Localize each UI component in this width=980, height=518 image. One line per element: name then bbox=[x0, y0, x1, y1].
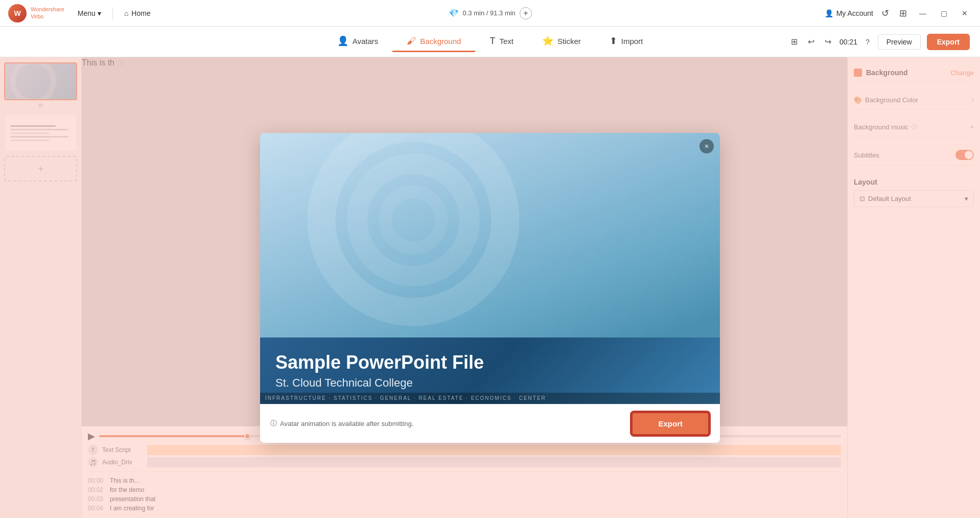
layout-button[interactable]: ⊞ bbox=[789, 35, 800, 49]
app-name: Wondershare Virbo bbox=[31, 6, 64, 19]
chevron-down-icon: ▾ bbox=[98, 9, 101, 17]
menu-button[interactable]: Menu ▾ bbox=[73, 6, 106, 20]
modal-preview-bottom: Sample PowerPoint File St. Cloud Technic… bbox=[260, 337, 720, 404]
time-display: 00:21 bbox=[839, 38, 857, 46]
logo-area: W Wondershare Virbo bbox=[8, 4, 64, 22]
my-account-button[interactable]: 👤 My Account bbox=[825, 9, 873, 17]
gem-icon: 💎 bbox=[449, 8, 459, 18]
divider bbox=[112, 7, 113, 19]
modal-slide-subtitle: St. Cloud Technical College bbox=[275, 376, 705, 390]
modal-info-text: ⓘ Avatar animation is available after su… bbox=[270, 419, 413, 428]
home-button[interactable]: ⌂ Home bbox=[119, 6, 156, 20]
toolbar: This is th ⓘ 👤 Avatars 🖌 Background T Te… bbox=[0, 27, 980, 57]
info-circle-icon: ⓘ bbox=[270, 419, 277, 428]
duration-display: 0.3 min / 91.3 min bbox=[463, 9, 516, 17]
grid-button[interactable]: ⊞ bbox=[897, 6, 909, 21]
topbar: W Wondershare Virbo Menu ▾ ⌂ Home 💎 0.3 … bbox=[0, 0, 980, 27]
tab-text[interactable]: T Text bbox=[475, 32, 528, 52]
avatars-icon: 👤 bbox=[337, 35, 348, 47]
maximize-button[interactable]: ▢ bbox=[937, 7, 951, 19]
ticker-text: INFRASTRUCTURE · STATISTICS · GENERAL · … bbox=[265, 395, 546, 401]
tab-import[interactable]: ⬆ Import bbox=[595, 31, 658, 52]
home-icon: ⌂ bbox=[124, 9, 128, 17]
tab-sticker[interactable]: ⭐ Sticker bbox=[528, 31, 595, 52]
text-icon: T bbox=[489, 36, 495, 47]
modal-overlay: × bbox=[0, 57, 980, 518]
modal-close-button[interactable]: × bbox=[699, 139, 714, 153]
add-duration-button[interactable]: + bbox=[520, 7, 532, 19]
topbar-center: 💎 0.3 min / 91.3 min + bbox=[156, 7, 825, 19]
main-layout: 1 ⟳ 2 + bbox=[0, 57, 980, 518]
tab-background[interactable]: 🖌 Background bbox=[392, 32, 475, 52]
modal-box: × bbox=[260, 133, 720, 443]
minimize-button[interactable]: — bbox=[915, 7, 930, 19]
tab-avatars[interactable]: 👤 Avatars bbox=[323, 31, 393, 52]
modal-ticker: INFRASTRUCTURE · STATISTICS · GENERAL · … bbox=[260, 393, 720, 404]
logo-icon: W bbox=[8, 4, 27, 22]
topbar-right: 👤 My Account ↺ ⊞ — ▢ ✕ bbox=[825, 6, 972, 21]
sticker-icon: ⭐ bbox=[542, 35, 553, 47]
redo-button[interactable]: ↪ bbox=[823, 35, 833, 49]
account-icon: 👤 bbox=[825, 9, 833, 17]
modal-header: × bbox=[260, 133, 720, 404]
import-icon: ⬆ bbox=[610, 35, 617, 47]
toolbar-right: ⊞ ↩ ↪ 00:21 ? Preview Export bbox=[789, 34, 970, 50]
modal-preview-image: Sample PowerPoint File St. Cloud Technic… bbox=[260, 133, 720, 404]
history-button[interactable]: ↺ bbox=[879, 6, 891, 21]
modal-footer: ⓘ Avatar animation is available after su… bbox=[260, 404, 720, 443]
export-toolbar-button[interactable]: Export bbox=[927, 34, 970, 50]
undo-button[interactable]: ↩ bbox=[806, 35, 816, 49]
background-icon: 🖌 bbox=[407, 36, 416, 47]
modal-export-button[interactable]: Export bbox=[631, 412, 710, 436]
preview-button[interactable]: Preview bbox=[878, 34, 921, 50]
help-icon[interactable]: ? bbox=[864, 36, 872, 48]
modal-slide-title: Sample PowerPoint File bbox=[275, 352, 705, 373]
close-window-button[interactable]: ✕ bbox=[958, 7, 972, 19]
